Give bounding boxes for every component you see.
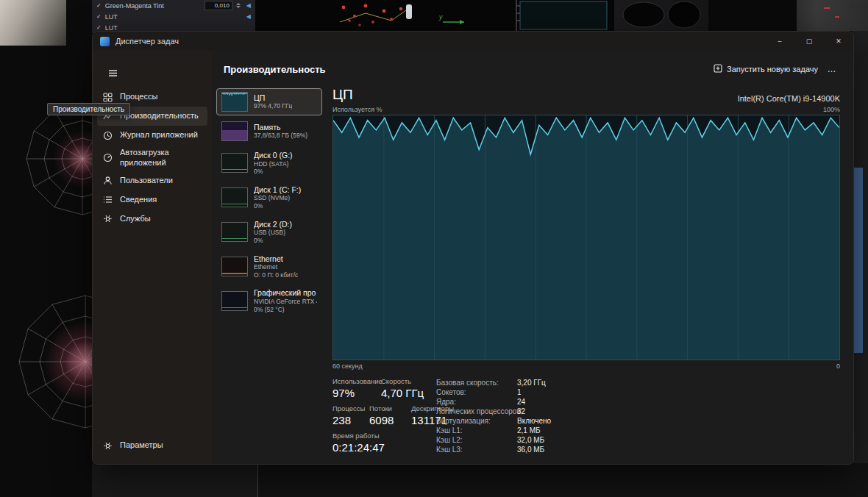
sidebar-item-users[interactable]: Пользователи xyxy=(97,171,207,190)
menu-button[interactable] xyxy=(103,64,122,82)
checkbox-checked-icon[interactable]: ✓ xyxy=(96,24,102,31)
cpu-detail-panel: ЦП Intel(R) Core(TM) i9-14900K Используе… xyxy=(322,85,853,459)
detail-value: 1 xyxy=(517,387,522,397)
detail-value: 24 xyxy=(517,397,525,407)
background-machines-strip xyxy=(614,0,868,31)
memory-mini-chart xyxy=(221,121,248,141)
chart-xmax-label: 0 xyxy=(836,362,840,370)
hamburger-icon xyxy=(108,68,118,78)
collapse-arrow-icon[interactable]: ◀ xyxy=(246,2,251,9)
perf-card-title: Диск 2 (D:) xyxy=(254,220,292,229)
cpu-model-name: Intel(R) Core(TM) i9-14900K xyxy=(738,94,840,103)
effect-row[interactable]: ✓ LUT ◀ xyxy=(92,11,255,22)
stat-value: 238 xyxy=(332,414,369,426)
stat-label: Скорость xyxy=(381,377,424,385)
sidebar-item-details[interactable]: Сведения xyxy=(97,190,207,210)
cpu-details-list: Базовая скорость:3,20 ГГц Сокетов:1 Ядра… xyxy=(436,377,840,459)
sidebar-item-label: Пользователи xyxy=(120,176,173,186)
run-new-task-button[interactable]: Запустить новую задачу xyxy=(709,62,822,76)
perf-card-title: Диск 0 (G:) xyxy=(254,151,293,160)
gear-icon xyxy=(103,441,113,451)
detail-value: 3,20 ГГц xyxy=(517,378,546,387)
task-manager-window: Диспетчер задач – ▢ ✕ Процессы xyxy=(92,31,854,465)
wireframe-web-graphics xyxy=(0,0,92,497)
detail-label: Виртуализация: xyxy=(436,416,517,426)
close-button[interactable]: ✕ xyxy=(824,32,853,51)
cpu-mini-chart xyxy=(221,92,248,112)
sidebar-item-label: Параметры xyxy=(120,440,163,451)
perf-card-sub: HDD (SATA) xyxy=(254,160,293,168)
detail-label: Логических процессоров: xyxy=(436,407,517,416)
perf-card-sub2: 0% (52 °C) xyxy=(254,306,317,314)
perf-card-ethernet[interactable]: Ethernet Ethernet О: 0 П: 0 кбит/с xyxy=(216,251,322,283)
stat-value: 6098 xyxy=(369,414,411,426)
chart-xmin-label: 60 секунд xyxy=(332,362,363,370)
perf-card-title: Память xyxy=(254,123,307,132)
perf-card-sub: Ethernet xyxy=(254,263,298,271)
perf-card-sub: NVIDIA GeForce RTX 40 xyxy=(254,298,317,306)
maximize-button[interactable]: ▢ xyxy=(794,32,824,51)
perf-card-memory[interactable]: Память 37,8/63,8 ГБ (59%) xyxy=(216,118,322,145)
titlebar[interactable]: Диспетчер задач – ▢ ✕ xyxy=(93,32,853,51)
perf-card-sub: SSD (NVMe) xyxy=(254,194,301,202)
nav-tooltip: Производительность xyxy=(47,103,130,115)
detail-label: Кэш L1: xyxy=(436,426,517,435)
background-3d-viewport: y xyxy=(255,0,614,31)
detail-label: Базовая скорость: xyxy=(436,378,517,387)
task-manager-app-icon xyxy=(100,37,110,46)
effect-label: LUT xyxy=(105,13,118,21)
perf-card-sub: USB (USB) xyxy=(254,229,292,237)
perf-card-disk2[interactable]: Диск 2 (D:) USB (USB) 0% xyxy=(216,216,322,248)
main-area: Производительность Запустить новую задач… xyxy=(212,51,853,464)
stat-label: Использование xyxy=(332,377,381,385)
ethernet-mini-chart xyxy=(221,257,248,276)
background-blue-strip xyxy=(853,168,863,353)
cpu-stats: Использование 97% Скорость 4,70 ГГц xyxy=(332,377,840,459)
perf-card-gpu[interactable]: Графический про NVIDIA GeForce RTX 40 0%… xyxy=(216,285,322,317)
perf-card-title: ЦП xyxy=(254,93,292,103)
list-icon xyxy=(103,195,113,204)
background-bottom-left xyxy=(92,463,257,497)
perf-card-sub2: 0% xyxy=(254,202,301,210)
sidebar-item-startup-apps[interactable]: Автозагрузка приложений xyxy=(97,145,207,171)
effect-row[interactable]: ✓ Green-Magenta Tint 0,010 ◀ xyxy=(92,0,255,11)
perf-card-disk1[interactable]: Диск 1 (C: F:) SSD (NVMe) 0% xyxy=(216,182,322,214)
gear-icon xyxy=(103,214,113,224)
viewport-graphics xyxy=(255,0,614,31)
perf-card-sub: 37,8/63,8 ГБ (59%) xyxy=(254,132,307,140)
value-stepper[interactable] xyxy=(236,1,241,10)
collapse-arrow-icon[interactable]: ◀ xyxy=(246,13,251,20)
checkbox-checked-icon[interactable]: ✓ xyxy=(96,13,102,20)
background-divider-line xyxy=(257,465,258,497)
checkbox-checked-icon[interactable]: ✓ xyxy=(96,2,102,9)
detail-value: 32,0 МБ xyxy=(517,435,544,445)
sidebar-item-settings[interactable]: Параметры xyxy=(97,436,207,455)
background-effects-panel: ✓ Green-Magenta Tint 0,010 ◀ ✓ LUT ◀ ✓ L… xyxy=(92,0,255,33)
perf-card-title: Диск 1 (C: F:) xyxy=(254,185,301,195)
sidebar-item-app-history[interactable]: Журнал приложений xyxy=(97,126,207,145)
minimize-button[interactable]: – xyxy=(765,32,794,51)
stat-label: Процессы xyxy=(332,404,369,412)
run-new-task-label: Запустить новую задачу xyxy=(727,65,818,74)
screen: ✓ Green-Magenta Tint 0,010 ◀ ✓ LUT ◀ ✓ L… xyxy=(0,0,868,497)
detail-value: Включено xyxy=(517,416,551,426)
cpu-title: ЦП xyxy=(332,87,353,103)
detail-label: Кэш L2: xyxy=(436,435,517,445)
perf-card-cpu[interactable]: ЦП 97% 4,70 ГГц xyxy=(216,88,322,115)
stat-value: 0:21:24:47 xyxy=(332,441,385,454)
disk-mini-chart xyxy=(221,222,248,242)
more-options-button[interactable]: … xyxy=(822,62,842,76)
sidebar-item-label: Автозагрузка приложений xyxy=(120,148,202,168)
detail-label: Ядра: xyxy=(436,397,517,407)
perf-card-disk0[interactable]: Диск 0 (G:) HDD (SATA) 0% xyxy=(216,147,322,179)
stat-value: 97% xyxy=(332,387,381,399)
perf-card-sub2: 0% xyxy=(254,168,293,176)
effect-value-input[interactable]: 0,010 xyxy=(204,1,232,10)
effect-label: LUT xyxy=(105,24,118,32)
sidebar-item-services[interactable]: Службы xyxy=(97,210,207,229)
detail-value: 36,0 МБ xyxy=(517,445,544,454)
detail-label: Сокетов: xyxy=(436,387,517,397)
perf-card-title: Ethernet xyxy=(254,254,298,264)
window-title: Диспетчер задач xyxy=(115,37,179,46)
disk-mini-chart xyxy=(221,153,248,173)
